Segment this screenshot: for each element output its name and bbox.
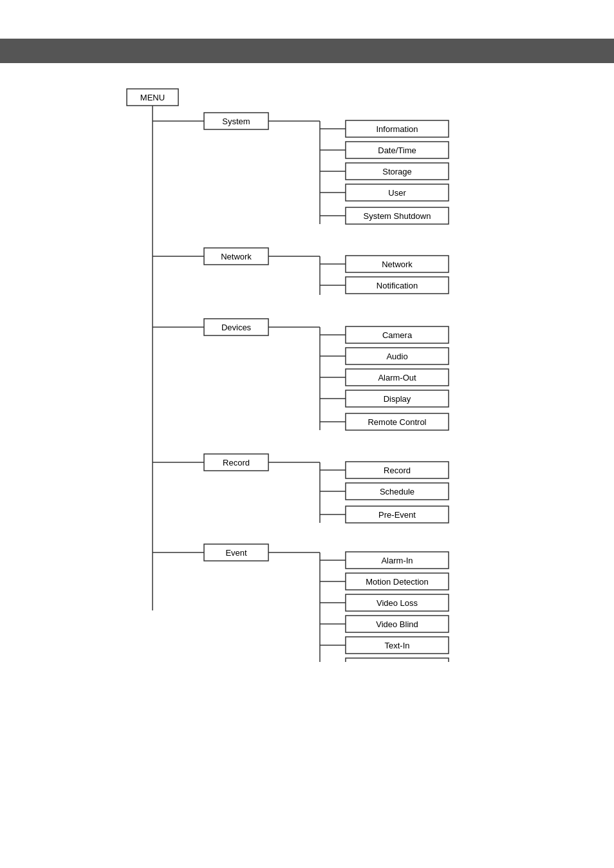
svg-text:Remote Control: Remote Control [367,417,426,427]
svg-text:Record: Record [384,466,411,475]
svg-text:Motion Detection: Motion Detection [366,577,429,587]
svg-text:Camera: Camera [382,330,413,340]
svg-text:Notification: Notification [377,281,418,290]
svg-text:Network: Network [382,259,413,269]
svg-text:Storage: Storage [382,167,412,176]
svg-text:Event: Event [225,548,247,558]
dark-header [0,40,614,63]
svg-text:User: User [388,188,406,198]
svg-text:Text-In: Text-In [384,641,409,650]
svg-text:Network: Network [221,252,252,261]
svg-text:Display: Display [384,394,411,404]
page-wrapper: MENU System Information Date/Time Storag… [0,39,614,868]
svg-text:Video Loss: Video Loss [377,598,418,608]
svg-text:Record: Record [223,458,250,467]
svg-text:Information: Information [376,124,418,134]
svg-text:Alarm-In: Alarm-In [381,556,413,565]
svg-text:Video Blind: Video Blind [376,619,418,629]
svg-text:MENU: MENU [140,93,165,102]
svg-text:Audio: Audio [386,352,407,361]
svg-text:Date/Time: Date/Time [378,146,416,155]
svg-text:Schedule: Schedule [380,487,414,496]
svg-text:System: System [222,117,250,126]
svg-text:Pre-Event: Pre-Event [378,510,416,520]
tree-diagram: MENU System Information Date/Time Storag… [88,82,526,662]
content-area: MENU System Information Date/Time Storag… [0,63,614,675]
svg-text:System Shutdown: System Shutdown [364,211,431,221]
svg-text:Alarm-Out: Alarm-Out [378,373,416,382]
svg-text:Devices: Devices [221,323,252,332]
